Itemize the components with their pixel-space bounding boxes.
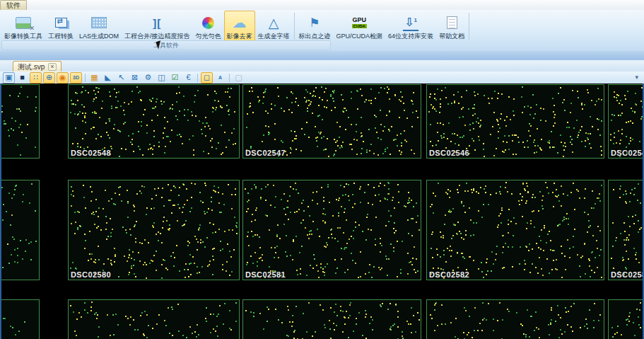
image-display-icon[interactable]: ◫ xyxy=(156,72,168,84)
document-tab-bar: 测试.svp × xyxy=(0,60,644,72)
document-tab[interactable]: 测试.svp × xyxy=(13,61,62,72)
label-text-icon[interactable]: A xyxy=(214,72,226,84)
image-tile[interactable] xyxy=(242,299,421,339)
tie-point-dots xyxy=(609,85,610,86)
image-tools-icon xyxy=(16,13,31,32)
image-tile-label: DSC02546 xyxy=(429,149,469,157)
tie-point-dots xyxy=(69,85,70,86)
ribbon-button-help-doc[interactable]: 帮助文档 xyxy=(436,11,467,42)
select-arrow-icon[interactable]: ↖ xyxy=(115,72,127,84)
tie-point-dots xyxy=(609,180,610,182)
extra-tool-icon: ▢ xyxy=(233,72,245,84)
marker-icon[interactable]: ◉ xyxy=(57,72,69,84)
image-tile-label: DSC02580 xyxy=(71,270,111,279)
image-tile-DSC02580[interactable]: DSC02580 xyxy=(68,180,240,280)
ribbon-button-gpu-cuda-check[interactable]: GPUCUDAGPU/CUDA检测 xyxy=(334,11,386,42)
project-convert-icon xyxy=(55,13,67,32)
image-tile-DSC02581[interactable]: DSC02581 xyxy=(242,180,421,280)
tie-point-dots xyxy=(609,300,610,301)
image-tile-label: DSC02582 xyxy=(429,270,469,279)
ribbon-button-image-dehaze[interactable]: ☁影像去雾 xyxy=(224,11,255,42)
ribbon-button-label: 工程合并/接边精度报告 xyxy=(124,32,190,40)
toolbar-overflow-icon[interactable]: ▾ xyxy=(635,74,638,81)
ribbon-button-label: 影像去雾 xyxy=(227,32,252,40)
image-tile[interactable] xyxy=(0,299,40,339)
toolbar-separator xyxy=(229,74,230,82)
settings-gear-icon[interactable]: ⚙ xyxy=(142,72,154,84)
ribbon-button-label: 标出点之迹 xyxy=(299,32,331,40)
image-tile-label: DSC02547 xyxy=(245,149,286,157)
ribbon-button-label: 帮助文档 xyxy=(439,32,464,40)
image-tile-label: DSC02581 xyxy=(245,270,286,279)
install-download-icon: ⇩1 xyxy=(403,13,418,32)
ribbon-button-label: 64位支持库安装 xyxy=(388,32,433,40)
tie-point-dots xyxy=(243,300,245,301)
ribbon-button-las-generate-dom[interactable]: LAS生成DOM xyxy=(76,11,122,42)
ribbon-separator xyxy=(469,13,469,40)
image-tile-label: DSC02548 xyxy=(71,149,111,157)
thumbnail-grid-icon[interactable]: ▦ xyxy=(88,72,100,84)
image-tile-DSC02583[interactable]: DSC02583 xyxy=(608,180,644,280)
help-document-icon xyxy=(447,13,457,32)
delete-box-icon[interactable]: ⊠ xyxy=(129,72,141,84)
tab-close-icon[interactable]: × xyxy=(48,63,56,71)
image-tile-label: DSC02545 xyxy=(611,149,644,157)
show-points-icon[interactable]: ∷ xyxy=(30,72,42,84)
gpu-cuda-icon: GPUCUDA xyxy=(352,13,367,32)
las-raster-icon xyxy=(91,13,107,32)
document-tab-label: 测试.svp xyxy=(18,62,45,72)
ribbon-button-point-trace[interactable]: ⚑标出点之迹 xyxy=(296,11,334,42)
tie-point-dots xyxy=(69,180,70,182)
tie-point-dots xyxy=(427,300,428,301)
histogram-corner-icon[interactable]: ◣ xyxy=(102,72,114,84)
flag-icon: ⚑ xyxy=(309,13,320,32)
image-tile[interactable] xyxy=(608,299,644,339)
ribbon-button-color-balance[interactable]: 匀光匀色 xyxy=(193,11,224,42)
measure-euro-icon[interactable]: € xyxy=(182,72,194,84)
tie-point-dots xyxy=(427,85,428,86)
image-tile-DSC02545[interactable]: DSC02545 xyxy=(608,84,644,159)
tie-point-dots xyxy=(243,180,245,182)
toolbar-separator xyxy=(197,74,198,82)
ribbon-button-project-convert[interactable]: 工程转换 xyxy=(45,11,76,42)
image-tile[interactable] xyxy=(426,299,604,339)
window-left-edge xyxy=(0,84,1,339)
ribbon-button-lib64-install[interactable]: ⇩164位支持库安装 xyxy=(385,11,436,42)
toolbar-separator xyxy=(85,74,86,82)
view-3d-icon[interactable]: 3D xyxy=(70,72,82,84)
box-select-icon[interactable]: ◻ xyxy=(201,72,213,84)
image-tile-DSC02548[interactable]: DSC02548 xyxy=(68,84,240,159)
application-window: 软件 影像转换工具工程转换LAS生成DOM][工程合并/接边精度报告匀光匀色☁影… xyxy=(0,0,644,339)
apply-check-icon[interactable]: ☑ xyxy=(169,72,181,84)
background-color-icon[interactable]: ■ xyxy=(16,72,28,84)
ribbon-button-generate-pyramid[interactable]: △生成金字塔 xyxy=(255,11,293,42)
pan-icon[interactable]: ⊕ xyxy=(43,72,55,84)
image-tile-DSC02547[interactable]: DSC02547 xyxy=(242,84,421,159)
ribbon-lower-band xyxy=(0,51,644,60)
merge-brackets-icon: ][ xyxy=(153,13,161,32)
tiepoint-viewport[interactable]: DSC02548DSC02547DSC02546DSC02545DSC02580… xyxy=(0,84,644,339)
image-tile[interactable] xyxy=(0,180,40,280)
ribbon-button-label: 影像转换工具 xyxy=(4,32,42,40)
dehaze-cloud-icon: ☁ xyxy=(233,13,247,32)
ribbon-button-label: 工程转换 xyxy=(48,32,74,40)
ribbon-button-label: GPU/CUDA检测 xyxy=(336,32,383,40)
image-tile-DSC02546[interactable]: DSC02546 xyxy=(426,84,604,159)
ribbon-toolbar: 影像转换工具工程转换LAS生成DOM][工程合并/接边精度报告匀光匀色☁影像去雾… xyxy=(0,10,644,52)
ribbon-button-label: 生成金字塔 xyxy=(258,32,290,40)
image-tile[interactable] xyxy=(0,84,40,159)
image-tile[interactable] xyxy=(68,299,240,339)
image-tile-label: DSC02583 xyxy=(611,270,644,279)
ribbon-group-strip: 工具软件 xyxy=(1,40,331,50)
ribbon-button-project-merge-edge-report[interactable]: ][工程合并/接边精度报告 xyxy=(122,11,193,42)
view-toolbar: ▣■∷⊕◉3D▦◣↖⊠⚙◫☑€◻A▢ xyxy=(0,71,644,84)
tie-point-dots xyxy=(427,180,428,182)
tie-point-dots xyxy=(69,300,70,301)
ribbon-button-image-convert-tools[interactable]: 影像转换工具 xyxy=(1,11,45,42)
ribbon-tab-bar: 软件 xyxy=(0,0,644,11)
ribbon-separator xyxy=(294,13,295,40)
ribbon-tab-software[interactable]: 软件 xyxy=(0,0,27,10)
fit-view-icon[interactable]: ▣ xyxy=(3,72,15,84)
image-tile-DSC02582[interactable]: DSC02582 xyxy=(426,180,604,280)
color-wheel-icon xyxy=(202,13,214,32)
